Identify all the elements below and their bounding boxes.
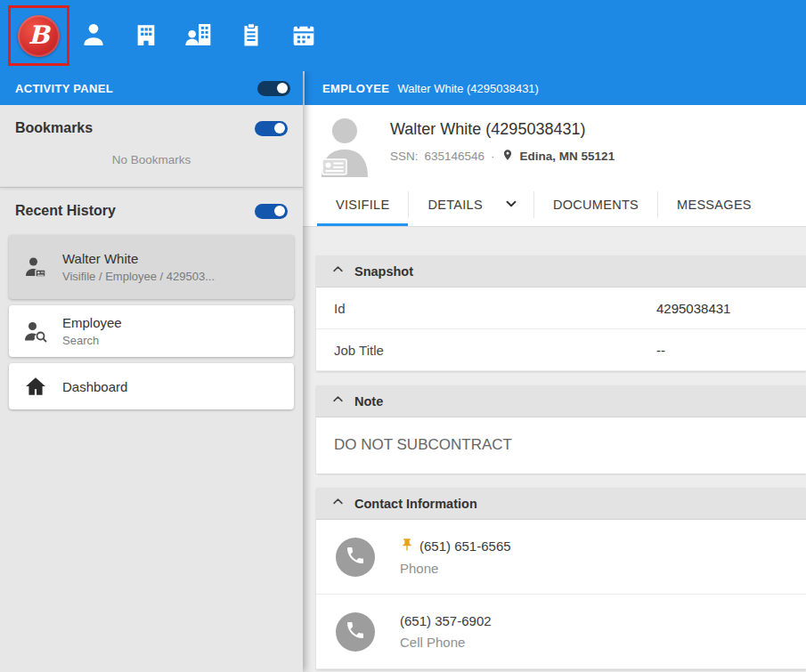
contact-entry-cell-phone[interactable]: (651) 357-6902 Cell Phone <box>316 595 806 669</box>
pushpin-icon <box>400 538 414 555</box>
nav-person-button[interactable] <box>78 20 109 51</box>
profile-summary: Walter White (4295038431) SSN: 635146546… <box>303 105 806 183</box>
bookmarks-toggle[interactable] <box>255 121 288 136</box>
person-building-icon <box>184 20 213 52</box>
history-item-title: Dashboard <box>62 379 127 394</box>
visifile-content: Snapshot Id 4295038431 Job Title -- Note… <box>303 227 806 672</box>
nav-schedule-button[interactable] <box>289 20 319 51</box>
building-icon <box>132 20 160 52</box>
history-item-subtitle: Search <box>62 334 122 347</box>
recent-history-toggle[interactable] <box>255 204 288 219</box>
clipboard-icon <box>238 21 265 51</box>
recent-history-section-head: Recent History <box>0 188 303 224</box>
snapshot-title: Snapshot <box>354 264 413 279</box>
tab-visifile[interactable]: VISIFILE <box>317 183 408 226</box>
note-title: Note <box>354 394 383 409</box>
history-item-employee-search[interactable]: Employee Search <box>9 305 294 357</box>
nav-company-button[interactable] <box>131 20 161 51</box>
activity-panel: ACTIVITY PANEL Bookmarks No Bookmarks Re… <box>0 71 303 672</box>
ssn-label: SSN: <box>390 150 419 163</box>
entity-name-label: Walter White (4295038431) <box>397 82 539 95</box>
employee-name: Walter White (4295038431) <box>390 120 615 139</box>
phone-icon <box>345 545 366 570</box>
chevron-up-icon <box>331 263 345 279</box>
snapshot-section-header[interactable]: Snapshot <box>316 255 806 287</box>
chevron-up-icon <box>331 495 345 512</box>
record-tabs: VISIFILE DETAILS DOCUMENTS MESSAGES <box>303 183 806 227</box>
topnav <box>78 20 319 51</box>
history-item-title: Employee <box>62 315 122 330</box>
activity-panel-toggle[interactable] <box>257 81 290 96</box>
nav-contact-button[interactable] <box>183 20 214 51</box>
snapshot-row-id: Id 4295038431 <box>316 287 806 329</box>
field-label: Id <box>334 301 656 316</box>
bookmarks-section-head: Bookmarks <box>0 105 303 142</box>
tab-messages[interactable]: MESSAGES <box>658 183 770 226</box>
phone-type-label: Phone <box>400 561 511 576</box>
avatar <box>316 113 371 177</box>
contact-information-card: Contact Information (651) 651-6565 Pho <box>316 488 806 669</box>
chevron-down-icon <box>503 196 519 215</box>
contact-title: Contact Information <box>354 497 477 511</box>
note-section-header[interactable]: Note <box>316 385 806 417</box>
location-pin-icon <box>501 149 514 164</box>
entity-type-label: EMPLOYEE <box>322 82 389 95</box>
history-item-subtitle: Visifile / Employee / 429503... <box>62 270 215 283</box>
person-badge-icon <box>23 255 48 279</box>
tab-documents[interactable]: DOCUMENTS <box>534 183 657 226</box>
topbar: B <box>0 0 806 71</box>
chevron-up-icon <box>331 393 345 409</box>
home-icon <box>23 375 48 398</box>
logo-highlight-box: B <box>8 5 69 66</box>
app-logo-letter: B <box>28 20 50 50</box>
tab-details[interactable]: DETAILS <box>409 183 501 226</box>
recent-history-list: Walter White Visifile / Employee / 42950… <box>0 224 303 420</box>
history-item-title: Walter White <box>62 251 215 266</box>
nav-orders-button[interactable] <box>236 20 266 51</box>
field-label: Job Title <box>334 343 656 358</box>
activity-panel-header: ACTIVITY PANEL <box>0 71 303 105</box>
recent-history-title: Recent History <box>15 203 116 219</box>
note-card: Note DO NOT SUBCONTRACT <box>316 385 806 474</box>
phone-number: (651) 651-6565 <box>419 538 511 554</box>
bookmarks-title: Bookmarks <box>15 120 93 136</box>
person-search-icon <box>23 319 48 344</box>
bookmarks-empty-text: No Bookmarks <box>0 142 303 187</box>
snapshot-row-job-title: Job Title -- <box>316 329 806 371</box>
history-item-walter-white[interactable]: Walter White Visifile / Employee / 42950… <box>9 235 294 299</box>
calendar-icon <box>289 20 318 52</box>
location-text: Edina, MN 55121 <box>520 150 615 163</box>
history-item-dashboard[interactable]: Dashboard <box>9 363 294 409</box>
meta-separator: · <box>491 150 495 163</box>
record-header: EMPLOYEE Walter White (4295038431) <box>303 71 806 105</box>
main-panel: EMPLOYEE Walter White (4295038431) Walte… <box>303 71 806 672</box>
person-icon <box>79 20 108 52</box>
ssn-value: 635146546 <box>425 150 485 163</box>
details-dropdown-button[interactable] <box>501 183 533 226</box>
field-value: 4295038431 <box>656 301 730 316</box>
snapshot-card: Snapshot Id 4295038431 Job Title -- <box>316 255 806 371</box>
contact-entry-phone[interactable]: (651) 651-6565 Phone <box>316 520 806 595</box>
phone-type-label: Cell Phone <box>400 635 492 650</box>
phone-number: (651) 357-6902 <box>400 613 492 628</box>
phone-icon <box>345 619 366 644</box>
activity-panel-title: ACTIVITY PANEL <box>15 82 113 95</box>
note-text: DO NOT SUBCONTRACT <box>316 417 806 474</box>
field-value: -- <box>656 343 665 358</box>
contact-section-header[interactable]: Contact Information <box>316 488 806 520</box>
app-logo[interactable]: B <box>18 15 60 57</box>
